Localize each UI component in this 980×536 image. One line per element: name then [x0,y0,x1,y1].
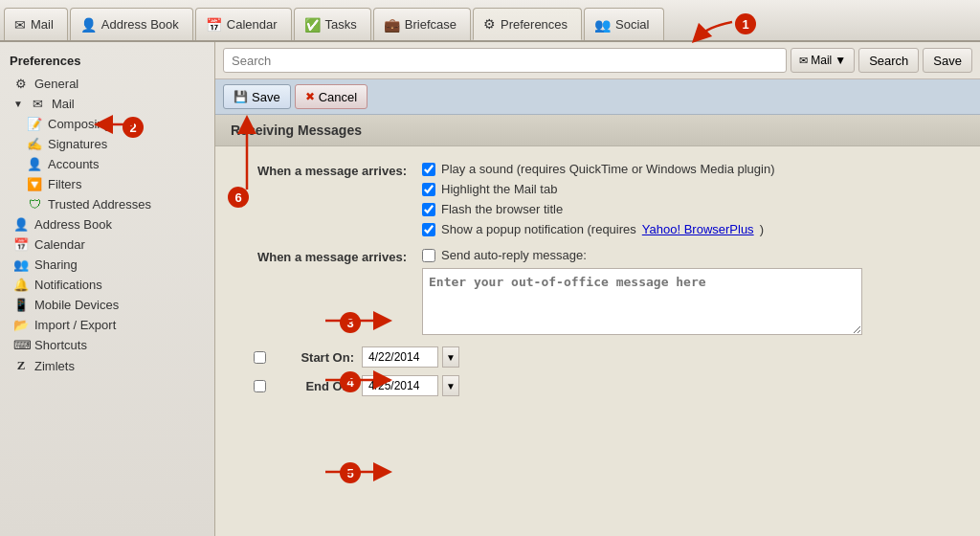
addressbook-sidebar-icon: 👤 [13,217,29,232]
mail-envelope-icon: ✉ [799,55,808,67]
filters-icon: 🔽 [27,177,42,191]
preferences-icon: ⚙ [483,16,496,32]
tab-briefcase[interactable]: 💼 Briefcase [373,8,471,40]
option-autoreply-checkbox[interactable] [422,249,435,262]
top-navigation: ✉ Mail 👤 Address Book 📅 Calendar ✅ Tasks… [0,0,980,42]
option-sound-row: Play a sound (requires QuickTime or Wind… [422,162,775,176]
arrives-checkboxes: Play a sound (requires QuickTime or Wind… [422,162,775,236]
search-input[interactable] [223,48,787,73]
sidebar-item-filters[interactable]: 🔽 Filters [0,174,214,194]
start-on-label: Start On: [278,350,354,365]
tab-tasks[interactable]: ✅ Tasks [294,8,371,40]
search-button[interactable]: Search [858,48,919,73]
sidebar-item-sharing[interactable]: 👥 Sharing [0,255,214,275]
calendar-sidebar-icon: 📅 [13,237,29,252]
addressbook-icon: 👤 [80,17,97,33]
option-sound-checkbox[interactable] [422,163,435,176]
sidebar-item-general[interactable]: ⚙ General [0,74,214,94]
start-date-row: Start On: ▼ [254,346,961,368]
section-header: Receiving Messages [215,115,980,146]
end-date-dropdown[interactable]: ▼ [442,375,459,396]
preferences-content: Receiving Messages When a message arrive… [215,115,980,536]
calendar-icon: 📅 [206,17,222,33]
sidebar-item-addressbook[interactable]: 👤 Address Book [0,214,214,234]
sidebar-item-shortcuts[interactable]: ⌨ Shortcuts [0,335,214,355]
end-date-row: End On: ▼ [254,375,961,396]
sidebar-item-trusted[interactable]: 🛡 Trusted Addresses [0,194,214,214]
sidebar-item-calendar[interactable]: 📅 Calendar [0,234,214,255]
option-popup-checkbox[interactable] [422,223,435,236]
sidebar-item-importexport[interactable]: 📂 Import / Export [0,315,214,335]
importexport-icon: 📂 [13,318,29,332]
save-button[interactable]: 💾 Save [223,84,291,109]
cancel-button[interactable]: ✖ Cancel [295,84,368,109]
accounts-icon: 👤 [27,157,42,171]
browserplus-link[interactable]: Yahoo! BrowserPlus [642,222,754,236]
content-area: ✉ Mail ▼ Search Save 💾 Save ✖ Cancel [215,42,980,536]
composing-icon: 📝 [27,117,42,131]
end-date-checkbox[interactable] [254,380,266,392]
start-date-input: ▼ [362,346,459,368]
sharing-icon: 👥 [13,257,29,272]
start-date-field[interactable] [362,346,438,368]
date-section: Start On: ▼ End On: ▼ [234,346,961,396]
option-popup-row: Show a popup notification (requires Yaho… [422,222,775,236]
autoreply-textarea[interactable] [422,268,862,335]
social-icon: 👥 [594,17,611,33]
save-search-button[interactable]: Save [923,48,972,73]
tab-social[interactable]: 👥 Social [584,8,663,40]
expand-arrow-mail: ▼ [13,99,23,109]
message-arrives-row1: When a message arrives: Play a sound (re… [234,162,961,236]
when-arrives-label2: When a message arrives: [234,248,407,264]
start-date-checkbox[interactable] [254,351,266,364]
briefcase-icon: 💼 [384,17,400,33]
mail-sidebar-icon: ✉ [31,97,46,111]
shortcuts-icon: ⌨ [13,338,29,352]
end-date-input: ▼ [362,375,459,396]
sidebar-item-mail[interactable]: ▼ ✉ Mail [0,94,214,114]
sidebar-item-signatures[interactable]: ✍ Signatures [0,134,214,154]
toolbar: 💾 Save ✖ Cancel [215,79,980,115]
when-arrives-label: When a message arrives: [234,162,407,178]
message-arrives-row2: When a message arrives: Send auto-reply … [234,248,961,335]
sidebar-item-composing[interactable]: 📝 Composing [0,114,214,134]
end-date-field[interactable] [362,375,438,396]
notifications-icon: 🔔 [13,278,29,292]
option-flash-row: Flash the browser title [422,202,775,216]
tab-addressbook[interactable]: 👤 Address Book [70,8,193,40]
trusted-icon: 🛡 [27,197,42,212]
tasks-icon: ✅ [304,17,321,33]
general-icon: ⚙ [13,77,29,91]
option-highlight-row: Highlight the Mail tab [422,182,775,196]
option-flash-checkbox[interactable] [422,203,435,216]
tab-calendar[interactable]: 📅 Calendar [195,8,292,40]
zimlets-icon: Z [13,358,29,373]
dropdown-arrow-icon: ▼ [835,54,846,67]
sidebar-title: Preferences [0,50,214,74]
mobile-icon: 📱 [13,298,29,312]
option-autoreply-row: Send auto-reply message: [422,248,862,262]
search-scope-dropdown[interactable]: ✉ Mail ▼ [791,48,855,73]
sidebar-item-zimlets[interactable]: Z Zimlets [0,355,214,376]
sidebar-item-accounts[interactable]: 👤 Accounts [0,154,214,174]
tab-preferences[interactable]: ⚙ Preferences [473,8,582,40]
signatures-icon: ✍ [27,137,42,151]
sidebar: Preferences ⚙ General ▼ ✉ Mail 📝 Composi… [0,42,215,536]
start-date-dropdown[interactable]: ▼ [442,346,459,368]
tab-mail[interactable]: ✉ Mail [4,8,68,40]
end-on-label: End On: [278,379,354,393]
cancel-icon: ✖ [305,90,315,103]
option-highlight-checkbox[interactable] [422,183,435,196]
save-icon: 💾 [234,90,248,103]
section-body: When a message arrives: Play a sound (re… [215,146,980,419]
autoreply-controls: Send auto-reply message: [422,248,862,335]
sidebar-item-mobile[interactable]: 📱 Mobile Devices [0,295,214,315]
mail-icon: ✉ [14,17,26,33]
sidebar-item-notifications[interactable]: 🔔 Notifications [0,275,214,295]
search-bar: ✉ Mail ▼ Search Save [215,42,980,79]
